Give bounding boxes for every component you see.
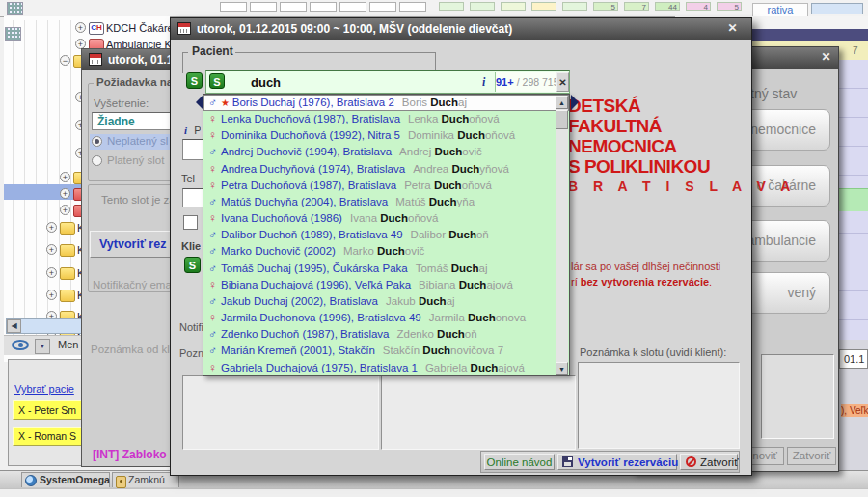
- schedule-cell[interactable]: [531, 2, 556, 11]
- patient-result-row[interactable]: ♀Andrea Duchyňová (1974), BratislavaAndr…: [203, 161, 569, 178]
- scroll-thumb[interactable]: [556, 110, 568, 129]
- hospital-logo: DETSKÁ FAKULTNÁ NEMOCNICA S POLIKLINIKOU…: [568, 96, 796, 197]
- close-dialog-button[interactable]: Zatvoriť: [680, 454, 738, 470]
- expand-icon[interactable]: +: [46, 222, 57, 233]
- scroll-up-icon[interactable]: ▲: [556, 96, 568, 109]
- schedule-cell[interactable]: [470, 2, 495, 11]
- male-icon: ♂: [208, 326, 221, 343]
- expand-icon[interactable]: +: [60, 188, 70, 199]
- info-icon: i: [184, 124, 187, 136]
- chevron-down-icon[interactable]: ▼: [35, 339, 50, 354]
- patient-result-row[interactable]: ♂Tomáš Duchaj (1995), Čukárska PakaTomáš…: [203, 261, 569, 277]
- tab-rativa[interactable]: rativa: [752, 3, 808, 17]
- schedule-cell[interactable]: [439, 2, 464, 11]
- radio-icon: [92, 155, 102, 166]
- info-icon[interactable]: i: [482, 75, 485, 90]
- male-icon: ♂: [208, 261, 221, 277]
- patient-result-row[interactable]: ♂Matúš Duchyňa (2004), BratislavaMatúš D…: [203, 194, 569, 210]
- schedule-cell[interactable]: 44: [655, 2, 680, 11]
- expand-icon[interactable]: +: [46, 290, 57, 300]
- toolbar-button[interactable]: [399, 2, 426, 12]
- schedule-cell[interactable]: 4: [686, 2, 711, 11]
- folder-icon: [60, 290, 75, 302]
- female-icon: ♀: [208, 178, 221, 194]
- patient-search-field[interactable]: S duch i 91+ / 298 715 ✕: [205, 70, 570, 94]
- taskbar-app-button[interactable]: SystemOmega: [21, 472, 110, 487]
- toolbar-button[interactable]: [369, 2, 396, 12]
- patient-result-row[interactable]: ♀Gabriela Duchajová (1975), Bratislava 1…: [203, 360, 569, 376]
- request-legend: Požiadavka na: [94, 76, 176, 88]
- patient-main-text: Andrea Duchyňová (1974), Bratislava: [221, 163, 405, 175]
- toolbar-button[interactable]: [280, 2, 307, 12]
- clinic-icon: CH: [89, 22, 104, 35]
- patient-result-row[interactable]: ♂Zdenko Duchoň (1987), BratislavaZdenko …: [203, 326, 569, 343]
- clear-search-icon[interactable]: ✕: [556, 72, 569, 92]
- patient-result-row[interactable]: ♂Dalibor Duchoň (1989), Bratislava 49Dal…: [203, 227, 569, 243]
- male-icon: ♂: [208, 227, 221, 243]
- online-guide-button[interactable]: Online návod: [484, 454, 555, 470]
- scroll-left-icon[interactable]: ◀: [7, 319, 21, 333]
- systemomega-icon: [25, 475, 37, 486]
- results-scrollbar[interactable]: ▲ ▼: [556, 96, 568, 375]
- lock-icon: [116, 476, 126, 488]
- selection-marker-left-icon: [196, 95, 203, 110]
- patient-result-row[interactable]: ♂Marián Kremeň (2001), StakčínStakčín Du…: [203, 343, 569, 359]
- checkbox[interactable]: [183, 215, 198, 230]
- client-note-textarea[interactable]: [182, 375, 379, 450]
- male-icon: ♂: [208, 194, 221, 210]
- patient-main-text: Zdenko Duchoň (1987), Bratislava: [221, 328, 390, 340]
- patient-result-row[interactable]: ♀Bibiana Duchajová (1996), Veľká PakaBib…: [203, 277, 569, 293]
- patient-main-text: Lenka Duchoňová (1987), Bratislava: [221, 113, 400, 124]
- patient-match-text: Gabriela Duchajová: [425, 362, 525, 373]
- client-legend: Klie: [181, 240, 201, 252]
- grid-icon: [5, 27, 21, 41]
- schedule-cell[interactable]: [501, 2, 526, 11]
- tree-hscrollbar[interactable]: ◀: [6, 318, 83, 334]
- patient-result-row[interactable]: ♂Marko Duchovič (2002)Marko Duchovič: [203, 243, 569, 260]
- select-patient-link[interactable]: Vybrať pacie: [14, 383, 74, 395]
- eye-icon[interactable]: [12, 340, 29, 350]
- dialog-titlebar[interactable]: utorok, 01.12.2015 09:00 ~ 10:00, MŠV (o…: [171, 18, 751, 40]
- female-icon: ♀: [208, 360, 221, 376]
- patient-result-row[interactable]: ♀Petra Duchoňová (1987), BratislavaPetra…: [203, 178, 569, 194]
- calendar-icon: [177, 22, 191, 35]
- patient-result-row[interactable]: ♂Andrej Duchovič (1994), BratislavaAndre…: [203, 144, 569, 160]
- schedule-cell[interactable]: 5: [593, 2, 618, 11]
- create-reservation-button[interactable]: Vytvoriť rezerváciu: [557, 454, 677, 470]
- expand-icon[interactable]: +: [60, 172, 70, 182]
- search-query[interactable]: duch: [251, 75, 281, 90]
- patient-main-text: Dalibor Duchoň (1989), Bratislava 49: [221, 229, 403, 240]
- patient-result-row[interactable]: ♀Ivana Duchoňová (1986)Ivana Duchoňová: [203, 210, 569, 227]
- female-icon: ♀: [208, 277, 221, 293]
- blocked-status-text: [INT] Zabloko: [93, 448, 167, 461]
- email-textarea[interactable]: [381, 375, 576, 450]
- toolbar-button[interactable]: [220, 2, 247, 12]
- toolbar-button[interactable]: [339, 2, 366, 12]
- slot-text: Tento slot je za: [101, 194, 176, 206]
- toolbar-button[interactable]: [310, 2, 337, 12]
- slot-note-textarea[interactable]: [578, 362, 740, 449]
- close-button[interactable]: Zatvoriť: [787, 447, 836, 465]
- calendar-orange-entry[interactable]: ), Veľký: [841, 404, 868, 417]
- patient-result-row[interactable]: ♀Lenka Duchoňová (1987), BratislavaLenka…: [203, 111, 569, 127]
- expand-icon[interactable]: +: [46, 267, 57, 278]
- patient-result-row[interactable]: ♂★ Boris Duchaj (1976), Bratislava 2Bori…: [203, 95, 569, 111]
- patient-result-row[interactable]: ♀Jarmila Duchonova (1996), Bratislava 49…: [203, 310, 569, 326]
- toolbar-button[interactable]: [250, 2, 277, 12]
- exam-label: Vyšetrenie:: [94, 97, 149, 109]
- expand-icon[interactable]: +: [75, 22, 86, 33]
- date-field[interactable]: 01.1: [839, 349, 868, 369]
- collapse-icon[interactable]: −: [60, 55, 70, 66]
- patient-search-icon-button[interactable]: S: [186, 72, 203, 89]
- close-icon[interactable]: ✕: [819, 50, 833, 65]
- expand-icon[interactable]: +: [46, 244, 57, 255]
- patient-result-row[interactable]: ♀Dominika Duchoňová (1992), Nitra 5Domin…: [203, 127, 569, 144]
- expand-icon[interactable]: +: [60, 205, 70, 215]
- scroll-down-icon[interactable]: ▼: [556, 362, 568, 375]
- close-icon[interactable]: ✕: [725, 21, 740, 36]
- schedule-cell[interactable]: 7: [624, 2, 649, 11]
- schedule-cell[interactable]: [562, 2, 587, 11]
- patient-result-row[interactable]: ♂Jakub Duchaj (2002), BratislavaJakub Du…: [203, 293, 569, 310]
- schedule-cell[interactable]: 5: [717, 2, 742, 11]
- client-search-icon[interactable]: S: [184, 257, 201, 273]
